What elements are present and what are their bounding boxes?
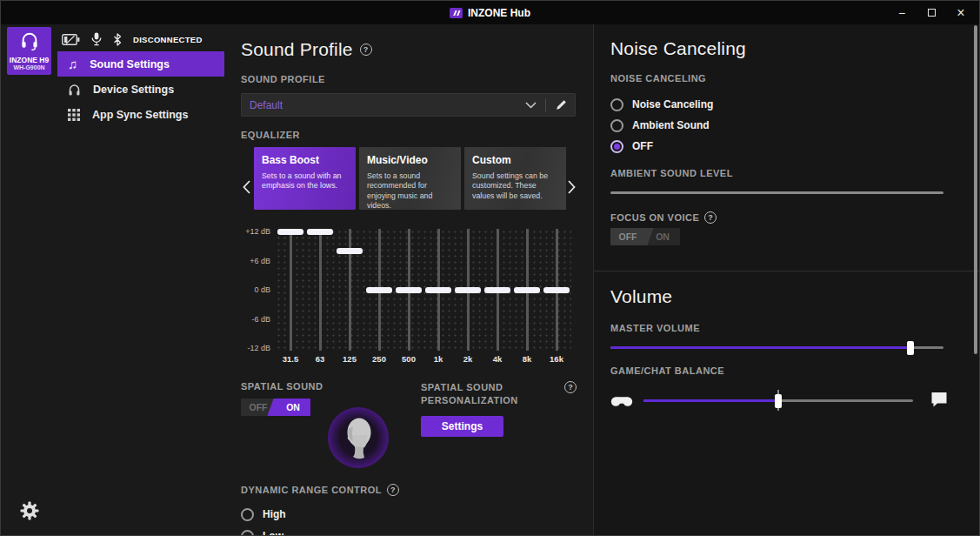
eq-band-8k[interactable] <box>512 229 542 351</box>
game-chat-balance-row <box>610 388 950 412</box>
master-volume-fill <box>610 346 910 349</box>
sidebar-nav: ♫ Sound Settings Device Settings <box>57 51 224 127</box>
chevron-right-icon <box>568 180 576 194</box>
eq-band-31.5[interactable] <box>276 229 305 351</box>
preset-card-bass-boost[interactable]: Bass Boost Sets to a sound with an empha… <box>254 147 356 210</box>
eq-band-125[interactable] <box>335 229 364 351</box>
app-settings-gear-button[interactable] <box>19 500 40 521</box>
game-chat-balance-slider[interactable] <box>643 399 913 402</box>
eq-band-1k[interactable] <box>423 229 453 351</box>
sidebar-item-device-settings[interactable]: Device Settings <box>57 77 224 102</box>
equalizer-xlabels: 31.5631252505001k2k4k8k16k <box>276 354 571 364</box>
equalizer-plot <box>276 229 571 351</box>
eq-handle[interactable] <box>277 229 303 235</box>
eq-xlabel: 16k <box>542 354 571 364</box>
eq-handle[interactable] <box>307 229 333 235</box>
master-volume-slider[interactable] <box>610 346 943 349</box>
balance-fill <box>643 399 778 402</box>
eq-handle[interactable] <box>514 287 540 293</box>
sidebar: INZONE H9 WH-G900N DISCONNE <box>1 24 224 535</box>
ambient-sound-level-label: AMBIENT SOUND LEVEL <box>610 168 733 178</box>
eq-ylabel: -6 dB <box>251 315 270 324</box>
nc-option-ambient-sound[interactable]: Ambient Sound <box>610 118 710 132</box>
equalizer-preset-cards: Bass Boost Sets to a sound with an empha… <box>254 147 566 210</box>
sidebar-item-app-sync-settings[interactable]: App Sync Settings <box>57 102 224 127</box>
sound-profile-dropdown[interactable]: Default <box>241 93 576 117</box>
headphones-icon <box>68 84 81 96</box>
nc-option-off[interactable]: OFF <box>610 139 653 153</box>
edit-pencil-icon[interactable] <box>555 99 567 111</box>
eq-track <box>290 229 292 351</box>
maximize-button[interactable] <box>917 1 946 24</box>
inzone-logo-icon <box>450 8 463 18</box>
eq-handle[interactable] <box>337 248 363 254</box>
spatial-head-avatar <box>328 407 389 468</box>
right-panel: Noise Canceling NOISE CANCELING Noise Ca… <box>593 24 979 535</box>
equalizer-next-arrow[interactable] <box>564 170 578 204</box>
radio-icon <box>241 530 254 536</box>
grid-icon <box>68 109 80 121</box>
eq-xlabel: 4k <box>483 354 512 364</box>
volume-title: Volume <box>610 286 672 307</box>
radio-icon <box>610 119 623 132</box>
eq-handle[interactable] <box>366 287 392 293</box>
eq-band-4k[interactable] <box>483 229 512 351</box>
drc-option-high[interactable]: High <box>241 507 286 521</box>
spatial-sound-toggle[interactable]: OFF ON <box>241 399 310 416</box>
eq-track <box>319 229 322 351</box>
sound-profile-help-icon[interactable]: ? <box>360 44 372 56</box>
dynamic-range-control-label: DYNAMIC RANGE CONTROL ? <box>241 484 399 496</box>
bluetooth-icon <box>113 33 122 46</box>
spatial-sound-personalization-label: SPATIAL SOUND PERSONALIZATION <box>421 381 525 407</box>
device-tile[interactable]: INZONE H9 WH-G900N <box>7 27 51 75</box>
title-group: INZONE Hub <box>450 7 530 19</box>
eq-ylabel: +12 dB <box>245 227 270 236</box>
personalization-help-icon[interactable]: ? <box>564 381 577 393</box>
close-button[interactable]: × <box>946 1 976 24</box>
preset-card-custom[interactable]: Custom Sound settings can be customized.… <box>464 147 566 210</box>
eq-xlabel: 125 <box>335 354 364 364</box>
balance-thumb[interactable] <box>775 394 782 408</box>
eq-band-63[interactable] <box>305 229 335 351</box>
game-controller-icon <box>610 392 633 409</box>
app-title: INZONE Hub <box>468 7 530 19</box>
headset-icon <box>19 31 40 50</box>
eq-ylabel: -12 dB <box>247 344 270 352</box>
personalization-settings-button[interactable]: Settings <box>421 416 503 437</box>
eq-xlabel: 250 <box>364 354 394 364</box>
dynamic-range-help-icon[interactable]: ? <box>387 484 399 496</box>
minimize-button[interactable]: − <box>887 1 917 24</box>
chevron-left-icon <box>243 180 250 194</box>
sound-profile-label: SOUND PROFILE <box>241 74 325 84</box>
eq-band-500[interactable] <box>394 229 423 351</box>
eq-handle[interactable] <box>425 287 451 293</box>
ambient-sound-level-slider[interactable] <box>610 191 943 194</box>
eq-handle[interactable] <box>455 287 481 293</box>
master-volume-thumb[interactable] <box>907 341 914 355</box>
nc-option-noise-canceling[interactable]: Noise Canceling <box>610 97 713 111</box>
equalizer-prev-arrow[interactable] <box>239 170 253 204</box>
drc-option-low[interactable]: Low <box>241 529 283 536</box>
eq-ylabel: +6 dB <box>250 257 270 265</box>
radio-icon <box>241 508 254 521</box>
sound-settings-panel: Sound Profile ? SOUND PROFILE Default EQ… <box>224 24 593 535</box>
scrollbar[interactable] <box>974 25 977 354</box>
eq-handle[interactable] <box>543 287 570 293</box>
radio-icon <box>610 98 623 111</box>
mannequin-head-icon <box>328 407 389 468</box>
eq-xlabel: 2k <box>453 354 483 364</box>
eq-handle[interactable] <box>396 287 422 293</box>
preset-card-music-video[interactable]: Music/Video Sets to a sound recommended … <box>359 147 461 210</box>
device-name: INZONE H9 <box>7 56 51 64</box>
eq-band-2k[interactable] <box>453 229 483 351</box>
eq-xlabel: 8k <box>512 354 542 364</box>
spatial-sound-label: SPATIAL SOUND <box>241 381 323 392</box>
eq-xlabel: 31.5 <box>276 354 305 364</box>
sidebar-item-sound-settings[interactable]: ♫ Sound Settings <box>57 51 224 77</box>
eq-handle[interactable] <box>484 287 510 293</box>
focus-on-voice-toggle[interactable]: OFF ON <box>610 228 680 245</box>
eq-band-250[interactable] <box>364 229 394 351</box>
focus-on-voice-help-icon[interactable]: ? <box>704 211 717 224</box>
eq-band-16k[interactable] <box>542 229 571 351</box>
device-model: WH-G900N <box>7 64 51 70</box>
